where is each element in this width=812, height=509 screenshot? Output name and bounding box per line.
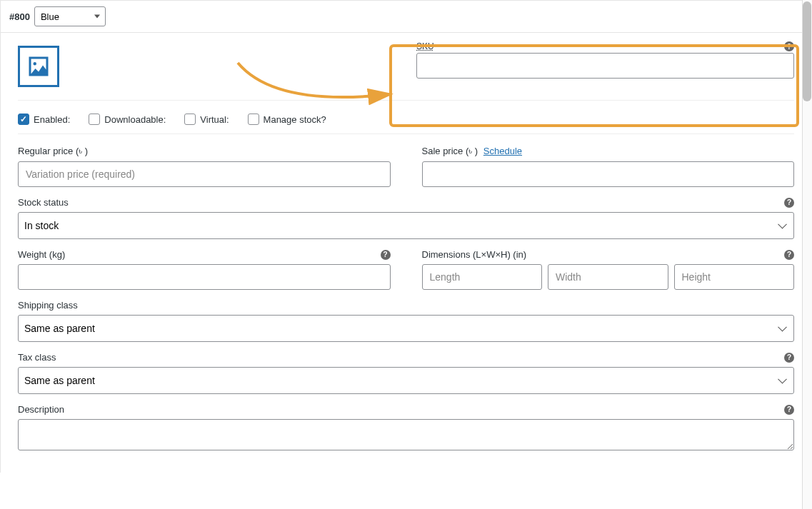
image-icon — [26, 54, 51, 79]
description-help-icon[interactable]: ? — [784, 405, 794, 415]
tax-class-help-icon[interactable]: ? — [784, 353, 794, 363]
width-input[interactable] — [548, 264, 668, 290]
shipping-class-label: Shipping class — [18, 300, 794, 311]
regular-price-input[interactable] — [18, 161, 391, 187]
manage-stock-checkbox[interactable]: Manage stock? — [248, 114, 326, 125]
shipping-class-select[interactable]: Same as parent — [18, 315, 794, 342]
height-input[interactable] — [674, 264, 795, 290]
variation-id: #800 — [9, 11, 30, 22]
virtual-checkbox[interactable]: Virtual: — [184, 114, 229, 125]
stock-status-help-icon[interactable]: ? — [784, 198, 794, 208]
weight-help-icon[interactable]: ? — [381, 250, 391, 260]
downloadable-checkbox[interactable]: Downloadable: — [89, 114, 166, 125]
downloadable-label: Downloadable: — [104, 114, 166, 125]
virtual-label: Virtual: — [200, 114, 229, 125]
scrollbar-thumb[interactable] — [803, 1, 811, 101]
sku-help-icon[interactable]: ? — [784, 41, 794, 51]
sale-price-input[interactable] — [422, 161, 795, 187]
checkbox-icon — [89, 114, 100, 125]
vertical-scrollbar[interactable] — [802, 0, 812, 509]
manage-stock-label: Manage stock? — [264, 114, 326, 125]
variation-toggles: Enabled: Downloadable: Virtual: Manage s… — [18, 108, 794, 134]
variation-image-upload[interactable] — [18, 46, 59, 87]
variation-header: #800 Blue — [1, 1, 811, 33]
dimensions-help-icon[interactable]: ? — [784, 250, 794, 260]
sale-price-label: Sale price (৳ ) Schedule — [422, 146, 795, 157]
weight-input[interactable] — [18, 264, 391, 290]
tax-class-select[interactable]: Same as parent — [18, 367, 794, 394]
schedule-link[interactable]: Schedule — [483, 146, 522, 156]
attribute-select[interactable]: Blue — [34, 6, 106, 26]
stock-status-select[interactable]: In stock — [18, 212, 794, 239]
description-textarea[interactable] — [18, 419, 794, 450]
length-input[interactable] — [422, 264, 543, 290]
checkbox-icon — [18, 114, 29, 125]
tax-class-label: Tax class — [18, 352, 56, 363]
sku-label: SKU — [416, 41, 434, 51]
sku-input[interactable] — [416, 53, 794, 79]
regular-price-label: Regular price (৳ ) — [18, 146, 391, 157]
checkbox-icon — [248, 114, 259, 125]
enabled-label: Enabled: — [34, 114, 70, 125]
enabled-checkbox[interactable]: Enabled: — [18, 114, 70, 125]
weight-label: Weight (kg) — [18, 249, 65, 260]
dimensions-label: Dimensions (L×W×H) (in) — [422, 249, 527, 260]
description-label: Description — [18, 404, 64, 415]
stock-status-label: Stock status — [18, 197, 69, 208]
checkbox-icon — [184, 114, 196, 125]
